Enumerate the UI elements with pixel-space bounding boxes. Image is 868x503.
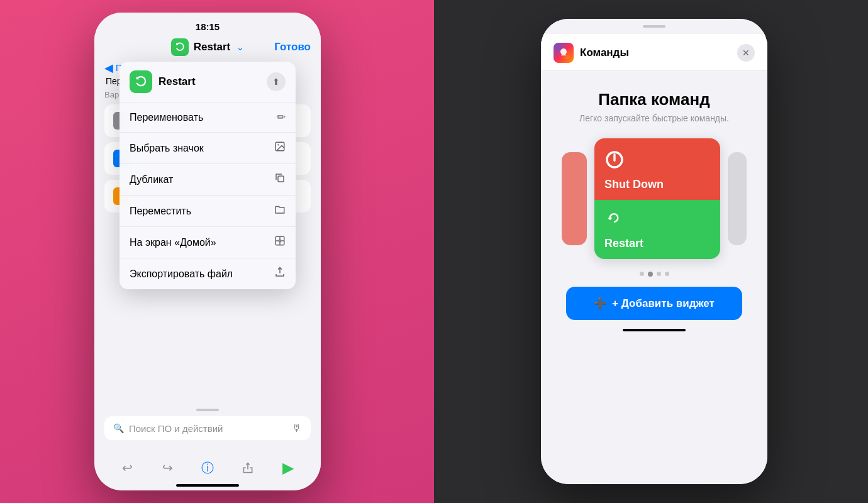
- right-home-indicator: [623, 329, 686, 331]
- time-display: 18:15: [196, 21, 220, 32]
- right-app-name: Команды: [580, 47, 737, 59]
- page-dots: [554, 272, 755, 277]
- menu-icon-label: Выбрать значок: [130, 143, 204, 154]
- redo-button[interactable]: ↪: [157, 458, 177, 478]
- info-button[interactable]: ⓘ: [198, 458, 218, 478]
- shutdown-label: Shut Down: [604, 178, 664, 191]
- image-icon: [274, 141, 286, 155]
- done-button[interactable]: Готово: [274, 41, 311, 53]
- menu-move-label: Переместить: [130, 206, 191, 217]
- search-input[interactable]: 🔍 Поиск ПО и действий 🎙: [104, 416, 311, 440]
- restart-label: Restart: [604, 237, 643, 250]
- play-button[interactable]: ▶: [278, 458, 298, 478]
- folder-subtitle: Легко запускайте быстрые команды.: [554, 113, 755, 123]
- dropdown-header: Restart ⬆: [120, 62, 296, 102]
- dropdown-header-left: Restart: [130, 70, 196, 93]
- right-content-area: Папка команд Легко запускайте быстрые ко…: [541, 71, 767, 277]
- add-widget-label: + Добавить виджет: [612, 297, 715, 310]
- close-button[interactable]: ✕: [737, 44, 755, 62]
- restart-icon: [604, 210, 623, 233]
- dropdown-share-button[interactable]: ⬆: [267, 72, 286, 91]
- export-icon: [274, 267, 286, 281]
- home-indicator: [176, 484, 239, 487]
- power-icon: [604, 150, 625, 174]
- undo-button[interactable]: ↩: [117, 458, 137, 478]
- dot-2: [648, 272, 653, 277]
- folder-icon: [274, 204, 286, 218]
- mic-icon: 🎙: [292, 423, 302, 434]
- cards-area: Shut Down Restart: [547, 138, 761, 259]
- homescreen-icon: [274, 235, 286, 250]
- right-drag-area: [541, 19, 767, 28]
- menu-item-move[interactable]: Переместить: [120, 196, 296, 227]
- phone-right-screen: Команды ✕ Папка команд Легко запускайте …: [541, 19, 767, 484]
- shortcut-icon: [171, 38, 189, 56]
- search-icon: 🔍: [113, 423, 124, 433]
- phone-right: Команды ✕ Папка команд Легко запускайте …: [541, 19, 767, 484]
- svg-point-4: [279, 240, 281, 242]
- menu-duplicate-label: Дубликат: [130, 174, 173, 185]
- top-nav: Restart ⌄ Готово: [94, 35, 321, 61]
- add-widget-icon: ➕: [594, 297, 607, 310]
- drag-handle: [196, 409, 219, 411]
- svg-rect-2: [278, 176, 284, 182]
- restart-card[interactable]: Restart: [594, 200, 720, 259]
- search-bar-area: 🔍 Поиск ПО и действий 🎙: [104, 409, 311, 440]
- phone-left: 18:15 Restart ⌄ Готово ◀: [94, 13, 321, 490]
- search-placeholder-text: Поиск ПО и действий: [129, 423, 287, 434]
- menu-homescreen-label: На экран «Домой»: [130, 237, 216, 248]
- phone-left-screen: 18:15 Restart ⌄ Готово ◀: [94, 13, 321, 490]
- shutdown-card[interactable]: Shut Down: [594, 138, 720, 200]
- dot-3: [657, 272, 661, 276]
- duplicate-icon: [274, 172, 286, 187]
- shortcuts-app-icon: [554, 43, 574, 63]
- main-card[interactable]: Shut Down Restart: [594, 138, 720, 259]
- phones-container: 18:15 Restart ⌄ Готово ◀: [0, 0, 868, 503]
- chevron-down-icon[interactable]: ⌄: [236, 42, 244, 52]
- bottom-toolbar: ↩ ↪ ⓘ ▶: [94, 458, 321, 478]
- left-peek-card: [562, 152, 587, 245]
- status-bar: 18:15: [94, 13, 321, 35]
- menu-export-label: Экспортировать файл: [130, 268, 233, 280]
- right-peek-card: [728, 152, 747, 245]
- svg-point-1: [277, 144, 279, 145]
- menu-item-homescreen[interactable]: На экран «Домой»: [120, 227, 296, 258]
- right-top-bar: Команды ✕: [541, 34, 767, 71]
- menu-item-rename[interactable]: Переименовать ✏: [120, 102, 296, 133]
- dropdown-app-icon: [130, 70, 152, 93]
- menu-item-icon[interactable]: Выбрать значок: [120, 133, 296, 164]
- dot-1: [640, 272, 644, 276]
- menu-item-duplicate[interactable]: Дубликат: [120, 164, 296, 196]
- dropdown-menu: Restart ⬆ Переименовать ✏ Выбрать значок: [120, 62, 296, 289]
- right-drag-handle: [643, 25, 665, 28]
- menu-item-export[interactable]: Экспортировать файл: [120, 258, 296, 289]
- folder-title: Папка команд: [554, 90, 755, 109]
- back-chevron-icon: ◀: [104, 61, 113, 75]
- dot-4: [665, 272, 669, 276]
- share-button[interactable]: [238, 458, 258, 478]
- pencil-icon: ✏: [277, 111, 286, 124]
- shortcut-title-group: Restart ⌄: [171, 38, 245, 56]
- menu-rename-label: Переименовать: [130, 112, 203, 123]
- add-widget-button[interactable]: ➕ + Добавить виджет: [566, 287, 742, 320]
- shortcut-name-label: Restart: [194, 41, 231, 53]
- add-widget-container: ➕ + Добавить виджет: [541, 287, 767, 320]
- dropdown-title: Restart: [159, 75, 196, 88]
